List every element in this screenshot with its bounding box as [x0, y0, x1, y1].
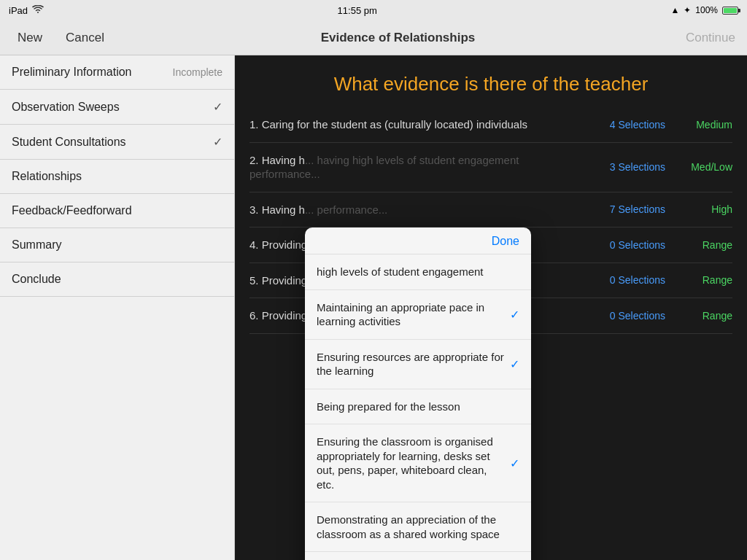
- bluetooth-icon: ✦: [684, 5, 691, 15]
- evidence-selections-5: 0 Selections: [592, 274, 665, 286]
- evidence-selections-4: 0 Selections: [592, 239, 665, 251]
- dropdown-item-high-engagement[interactable]: high levels of student engagement: [305, 254, 531, 290]
- dropdown-item-appreciation-shared-space[interactable]: Demonstrating an appreciation of the cla…: [305, 502, 531, 552]
- evidence-level-3: High: [674, 203, 732, 215]
- dropdown-done-button[interactable]: Done: [492, 235, 519, 248]
- nav-right: Continue: [686, 31, 735, 45]
- evidence-row-2[interactable]: 2. Having h... having high levels of stu…: [249, 143, 732, 192]
- new-button[interactable]: New: [12, 28, 48, 48]
- evidence-selections-6: 0 Selections: [592, 310, 665, 322]
- continue-button[interactable]: Continue: [686, 31, 735, 44]
- sidebar-item-conclude[interactable]: Conclude: [0, 262, 234, 297]
- sidebar-item-student-consultations[interactable]: Student Consultations ✓: [0, 125, 234, 160]
- nav-bar: New Cancel Evidence of Relationships Con…: [0, 20, 747, 55]
- dropdown-item-check-3: ✓: [510, 357, 519, 371]
- battery-pct-label: 100%: [695, 5, 718, 15]
- evidence-text-1: 1. Caring for the student as (culturally…: [249, 117, 584, 132]
- ipad-label: iPad: [9, 5, 28, 16]
- status-right: ▲ ✦ 100%: [670, 5, 738, 15]
- dropdown-popup: Done high levels of student engagement M…: [305, 228, 531, 560]
- dropdown-item-co-constructing[interactable]: Co-constructing classroom and relationsh…: [305, 552, 531, 560]
- dropdown-item-check-2: ✓: [510, 308, 519, 322]
- dropdown-item-text-1: high levels of student engagement: [317, 265, 519, 279]
- status-bar: iPad 11:55 pm ▲ ✦ 100%: [0, 0, 747, 20]
- dropdown-item-text-4: Being prepared for the lesson: [317, 400, 519, 414]
- nav-title: Evidence of Relationships: [321, 31, 476, 45]
- evidence-selections-2: 3 Selections: [592, 161, 665, 173]
- dropdown-item-text-2: Maintaining an appropriate pace in learn…: [317, 300, 510, 329]
- sidebar-item-relationships[interactable]: Relationships: [0, 160, 234, 194]
- evidence-row-3[interactable]: 3. Having h... performance... 7 Selectio…: [249, 192, 732, 228]
- wifi-icon: [32, 5, 44, 16]
- content-title: What evidence is there of the teacher: [235, 55, 747, 107]
- dropdown-item-maintaining-pace[interactable]: Maintaining an appropriate pace in learn…: [305, 290, 531, 340]
- evidence-level-6: Range: [674, 310, 732, 322]
- evidence-selections-1: 4 Selections: [592, 119, 665, 131]
- dropdown-header: Done: [305, 228, 531, 254]
- evidence-level-4: Range: [674, 239, 732, 251]
- sidebar-item-summary[interactable]: Summary: [0, 228, 234, 262]
- evidence-selections-3: 7 Selections: [592, 203, 665, 215]
- location-icon: ▲: [670, 5, 679, 15]
- dropdown-item-check-5: ✓: [510, 456, 519, 470]
- dropdown-item-text-5: Ensuring the classroom is organised appr…: [317, 435, 510, 491]
- battery-icon: [722, 7, 738, 15]
- content-area: What evidence is there of the teacher 1.…: [235, 55, 747, 560]
- status-time: 11:55 pm: [338, 5, 377, 16]
- evidence-text-2: 2. Having h... having high levels of stu…: [249, 153, 584, 182]
- evidence-row-1[interactable]: 1. Caring for the student as (culturally…: [249, 107, 732, 143]
- evidence-level-1: Medium: [674, 119, 732, 131]
- evidence-level-5: Range: [674, 274, 732, 286]
- dropdown-item-organised-classroom[interactable]: Ensuring the classroom is organised appr…: [305, 424, 531, 502]
- dropdown-item-ensuring-resources[interactable]: Ensuring resources are appropriate for t…: [305, 340, 531, 389]
- cancel-button[interactable]: Cancel: [60, 28, 110, 48]
- nav-left: New Cancel: [12, 28, 110, 48]
- dropdown-item-text-6: Demonstrating an appreciation of the cla…: [317, 513, 519, 541]
- dropdown-item-text-3: Ensuring resources are appropriate for t…: [317, 350, 510, 378]
- evidence-text-3: 3. Having h... performance...: [249, 203, 584, 217]
- main-layout: Preliminary Information Incomplete Obser…: [0, 55, 747, 560]
- sidebar-item-observation-sweeps[interactable]: Observation Sweeps ✓: [0, 90, 234, 125]
- status-left: iPad: [9, 5, 44, 16]
- sidebar: Preliminary Information Incomplete Obser…: [0, 55, 235, 560]
- evidence-level-2: Med/Low: [674, 161, 732, 173]
- dropdown-item-being-prepared[interactable]: Being prepared for the lesson: [305, 389, 531, 425]
- sidebar-item-feedback-feedforward[interactable]: Feedback/Feedforward: [0, 194, 234, 228]
- sidebar-item-preliminary[interactable]: Preliminary Information Incomplete: [0, 55, 234, 90]
